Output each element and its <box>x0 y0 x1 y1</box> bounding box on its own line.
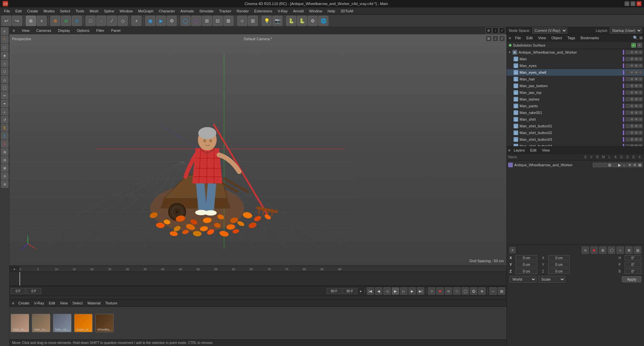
h1[interactable] <box>626 77 630 81</box>
sh1[interactable] <box>626 117 630 121</box>
om-filter-icon[interactable]: ⊞ <box>639 36 643 40</box>
obj-row-jaw-top[interactable]: △ Man_jaw_top ⊞⊠⊡ <box>507 89 644 96</box>
edge-mode-button[interactable]: ⁄ <box>107 16 117 26</box>
tp-x-pos-input[interactable] <box>516 255 537 261</box>
lt-dollar-icon[interactable]: $ <box>1 124 8 131</box>
obj-ico-es1[interactable] <box>626 70 630 74</box>
viewport-fullscreen-button[interactable]: ⤢ <box>499 27 505 34</box>
la1[interactable] <box>626 97 630 101</box>
layer-x-icon[interactable]: ⊠ <box>638 163 643 167</box>
obj-ico-e3[interactable]: ⊠ <box>634 64 638 68</box>
node-space-select[interactable]: Current (V-Ray) <box>532 27 567 34</box>
obj-ico-es4[interactable]: ⊡ <box>639 70 643 74</box>
material-tool-2[interactable]: ◯ <box>191 16 201 26</box>
undo-button[interactable]: ↩ <box>1 16 11 26</box>
om-file-menu[interactable]: File <box>513 36 523 40</box>
obj-row-hair[interactable]: △ Man_hair ⊞⊠⊡ <box>507 76 644 82</box>
subdivision-x-button[interactable]: ✕ <box>637 43 642 48</box>
script-button[interactable]: 🐍 <box>297 16 307 26</box>
live-select-button[interactable]: + <box>37 16 47 26</box>
obj-row-lashes[interactable]: △ Man_lashes ⊞⊠⊡ <box>507 96 644 103</box>
step-back-button[interactable]: ◀ <box>375 287 382 295</box>
obj-ico-1[interactable] <box>626 57 630 61</box>
python-button[interactable]: 🐍 <box>286 16 296 26</box>
lt-pen-icon[interactable]: ✒ <box>1 100 8 107</box>
ra1[interactable] <box>626 111 630 115</box>
lt-tool6-icon[interactable]: ◯ <box>1 84 8 91</box>
obj-row-man[interactable]: △ Man ⊞⊠⊡ <box>507 56 644 62</box>
menu-render[interactable]: Render <box>234 8 252 14</box>
layer-a-icon[interactable]: ▶ <box>618 163 623 167</box>
tp-b-input[interactable] <box>625 269 641 274</box>
lt-tool-icon[interactable]: □ <box>1 44 8 51</box>
tp-icon-6[interactable]: ⊠ <box>625 246 633 254</box>
sb02b[interactable]: ⊞ <box>630 131 634 135</box>
om-menu-icon[interactable]: ≡ <box>508 35 512 41</box>
obj-ico-4[interactable]: ⊡ <box>639 57 643 61</box>
menu-extensions[interactable]: Extensions <box>252 8 275 14</box>
lt-s2-icon[interactable]: S <box>1 140 8 148</box>
menu-window[interactable]: Window <box>117 8 136 14</box>
material-tool-4[interactable]: ⊟ <box>213 16 223 26</box>
layers-button[interactable]: ▤ <box>498 287 505 295</box>
obj-ico-e2[interactable]: ⊞ <box>630 64 634 68</box>
menu-spline[interactable]: Spline <box>101 8 117 14</box>
obj-row-btn02[interactable]: △ Man_shirt_button02 ⊞⊠⊡ <box>507 129 644 136</box>
frame-end-input[interactable] <box>327 288 341 294</box>
menu-create[interactable]: Create <box>24 8 41 14</box>
layer-s-icon[interactable] <box>593 163 597 167</box>
sb01a[interactable] <box>626 124 630 128</box>
obj-row-jaw-bottom[interactable]: △ Man_jaw_bottom ⊞⊠⊡ <box>507 82 644 89</box>
lt-s-icon[interactable]: S <box>1 132 8 139</box>
circle2-button[interactable]: ◯ <box>462 287 469 295</box>
ra2[interactable]: ⊞ <box>630 111 634 115</box>
material-tool-1[interactable]: ◯ <box>180 16 191 26</box>
viewport-panel-menu[interactable]: Panel <box>109 28 122 33</box>
coord-system-select[interactable]: World Object <box>509 276 536 283</box>
obj-row-man-eyes[interactable]: △ Man_eyes ⊞⊠⊡ <box>507 62 644 69</box>
menu-window2[interactable]: Window <box>306 8 325 14</box>
la2[interactable]: ⊞ <box>630 97 634 101</box>
lt-tool5-icon[interactable]: △ <box>1 76 8 83</box>
menu-animate[interactable]: Animate <box>178 8 197 14</box>
move-tool-button[interactable]: ⊕ <box>50 16 60 26</box>
goto-end-button[interactable]: ▶| <box>417 287 424 295</box>
pa3[interactable]: ⊠ <box>634 104 638 108</box>
tp-icon-3[interactable]: ⊞ <box>599 246 606 254</box>
sb03d[interactable]: ⊡ <box>639 137 643 141</box>
menu-edit[interactable]: Edit <box>13 8 24 14</box>
power-button[interactable]: ⏻ <box>470 287 477 295</box>
layer-d-icon[interactable]: ✕ <box>628 163 633 167</box>
goto-start-button[interactable]: |◀ <box>367 287 374 295</box>
viewport-menu-icon[interactable]: ≡ <box>11 28 17 33</box>
obj-row-btn04[interactable]: △ Man_shirt_button04 ⊞⊠⊡ <box>507 143 644 146</box>
om-bookmarks-menu[interactable]: Bookmarks <box>579 36 601 40</box>
layers-edit-menu[interactable]: Edit <box>528 148 538 153</box>
lt-target-icon[interactable]: ⊚ <box>1 180 8 188</box>
render-view-button[interactable]: ▣ <box>145 16 155 26</box>
tp-icon-7[interactable]: ▤ <box>634 246 641 254</box>
square-button[interactable]: □ <box>453 287 461 295</box>
menu-vray[interactable]: V-Ray <box>275 8 290 14</box>
la4[interactable]: ⊡ <box>639 97 643 101</box>
ra3[interactable]: ⊠ <box>634 111 638 115</box>
viewport-canvas[interactable]: Z X Y Perspective Default Camera.* Grid … <box>9 34 506 266</box>
layers-menu-icon[interactable]: ≡ <box>508 148 510 152</box>
layer-v-icon[interactable] <box>598 163 602 167</box>
tp-icon-5[interactable]: ⊹ <box>616 246 624 254</box>
minimize-button[interactable]: – <box>625 1 629 6</box>
jt3[interactable]: ⊠ <box>634 91 638 95</box>
render-button[interactable]: ▶ <box>156 16 166 26</box>
material-thumb-2[interactable]: Man_bo... <box>32 314 50 332</box>
jt4[interactable]: ⊡ <box>639 91 643 95</box>
om-tags-menu[interactable]: Tags <box>566 36 577 40</box>
sb02d[interactable]: ⊡ <box>639 131 643 135</box>
tp-p-input[interactable] <box>625 262 641 267</box>
jb2[interactable]: ⊞ <box>630 84 634 88</box>
object-mode-button[interactable]: □ <box>86 16 96 26</box>
om-object-menu[interactable]: Object <box>549 36 564 40</box>
pa2[interactable]: ⊞ <box>630 104 634 108</box>
sb02a[interactable] <box>626 131 630 135</box>
tp-h-input[interactable] <box>625 255 641 261</box>
la3[interactable]: ⊠ <box>634 97 638 101</box>
